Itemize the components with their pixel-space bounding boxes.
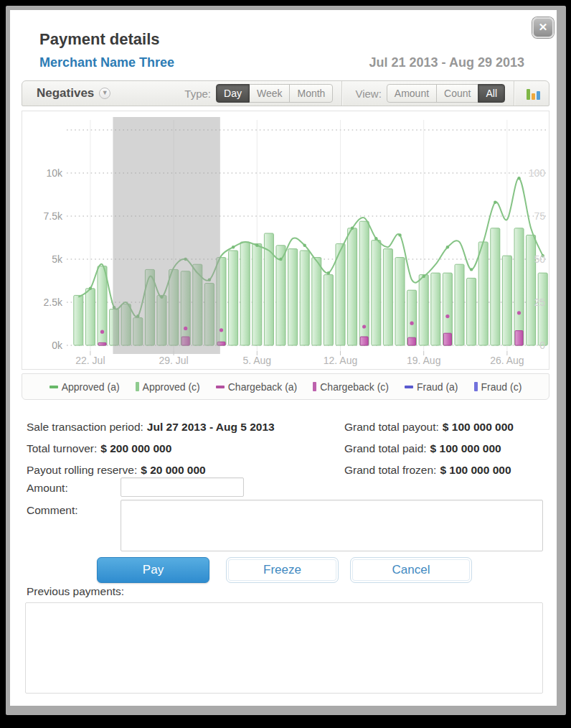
legend-dash-marker: [216, 386, 225, 388]
svg-text:100: 100: [529, 167, 546, 179]
legend-bar-marker: [136, 382, 139, 391]
bar-chart-icon[interactable]: [524, 85, 543, 102]
legend-item-label: Fraud (a): [417, 381, 458, 393]
detail-item: Total turnover:$ 200 000 000: [27, 442, 344, 455]
view-option-count[interactable]: Count: [436, 84, 478, 103]
legend-item[interactable]: Approved (a): [49, 381, 120, 393]
legend-item-label: Fraud (c): [481, 381, 522, 393]
legend-item[interactable]: Fraud (c): [474, 381, 522, 393]
svg-text:25: 25: [534, 297, 545, 308]
chart-widget: Negatives ▼ Type: DayWeekMonth View: Amo…: [22, 80, 549, 400]
legend-item-label: Approved (a): [62, 381, 120, 393]
svg-text:5. Aug: 5. Aug: [242, 355, 271, 366]
detail-item: Grand total payout:$ 100 000 000: [344, 421, 514, 434]
view-option-all[interactable]: All: [478, 84, 505, 103]
previous-payments-label: Previous payments:: [27, 585, 124, 598]
svg-text:5k: 5k: [52, 253, 63, 265]
view-option-amount[interactable]: Amount: [387, 84, 437, 103]
detail-item: Sale transaction period:Jul 27 2013 - Au…: [27, 421, 344, 434]
detail-item: Payout rolling reserve:$ 20 000 000: [27, 464, 344, 477]
detail-item: Grand total frozen:$ 100 000 000: [344, 464, 511, 477]
chart-toolbar: Negatives ▼ Type: DayWeekMonth View: Amo…: [22, 80, 549, 106]
type-option-month[interactable]: Month: [289, 84, 333, 103]
comment-label: Comment:: [27, 504, 78, 517]
pay-button[interactable]: Pay: [97, 557, 209, 583]
chevron-down-icon[interactable]: ▼: [99, 88, 110, 99]
negatives-dropdown-label[interactable]: Negatives: [37, 86, 94, 101]
previous-payments-box: [25, 602, 543, 694]
svg-text:22. Jul: 22. Jul: [75, 355, 105, 366]
legend-dash-marker: [49, 386, 58, 388]
legend-item-label: Chargeback (c): [320, 381, 389, 393]
svg-text:0k: 0k: [52, 340, 63, 351]
legend-item[interactable]: Chargeback (c): [313, 381, 389, 393]
svg-text:2.5k: 2.5k: [44, 297, 63, 308]
legend-bar-marker: [474, 382, 478, 391]
amount-input[interactable]: [121, 477, 244, 497]
svg-text:10k: 10k: [46, 167, 63, 179]
svg-text:26. Aug: 26. Aug: [490, 355, 524, 366]
legend-bar-marker: [313, 382, 316, 391]
toolbar-divider: [514, 81, 514, 106]
toolbar-divider: [341, 81, 342, 106]
chart-area: 0k2.5k5k7.5k10k025507510022. Jul29. Jul5…: [22, 111, 549, 370]
legend-item[interactable]: Approved (c): [136, 381, 200, 393]
date-range: Jul 21 2013 - Aug 29 2013: [369, 55, 524, 70]
view-label: View:: [355, 88, 381, 100]
cancel-button[interactable]: Cancel: [350, 557, 472, 583]
close-icon[interactable]: ✕: [532, 17, 554, 38]
payment-details-dialog: ✕ Payment details Merchant Name Three Ju…: [6, 6, 566, 715]
chart-svg: 0k2.5k5k7.5k10k025507510022. Jul29. Jul5…: [22, 111, 549, 369]
svg-text:12. Aug: 12. Aug: [324, 355, 358, 366]
svg-text:75: 75: [534, 210, 545, 222]
legend-dash-marker: [405, 386, 413, 388]
page-title: Payment details: [39, 30, 160, 49]
legend-item[interactable]: Fraud (a): [405, 381, 458, 393]
chart-legend: Approved (a)Approved (c)Chargeback (a)Ch…: [22, 373, 549, 400]
view-segmented-control: AmountCountAll: [387, 84, 505, 103]
merchant-name-link[interactable]: Merchant Name Three: [39, 55, 174, 70]
type-option-week[interactable]: Week: [249, 84, 291, 103]
amount-label: Amount:: [27, 482, 68, 495]
detail-item: Grand total paid:$ 100 000 000: [344, 442, 501, 455]
svg-text:50: 50: [534, 253, 545, 265]
type-label: Type:: [184, 88, 211, 100]
legend-item-label: Approved (c): [143, 381, 200, 393]
comment-textarea[interactable]: [121, 500, 543, 551]
svg-text:29. Jul: 29. Jul: [159, 355, 188, 366]
svg-text:0: 0: [539, 340, 545, 351]
details-grid: Sale transaction period:Jul 27 2013 - Au…: [27, 416, 540, 481]
svg-text:7.5k: 7.5k: [44, 210, 63, 222]
freeze-button[interactable]: Freeze: [226, 557, 339, 583]
type-segmented-control: DayWeekMonth: [216, 84, 333, 103]
legend-item[interactable]: Chargeback (a): [216, 381, 298, 393]
type-option-day[interactable]: Day: [216, 84, 250, 103]
svg-text:19. Aug: 19. Aug: [407, 355, 441, 366]
legend-item-label: Chargeback (a): [228, 381, 298, 393]
